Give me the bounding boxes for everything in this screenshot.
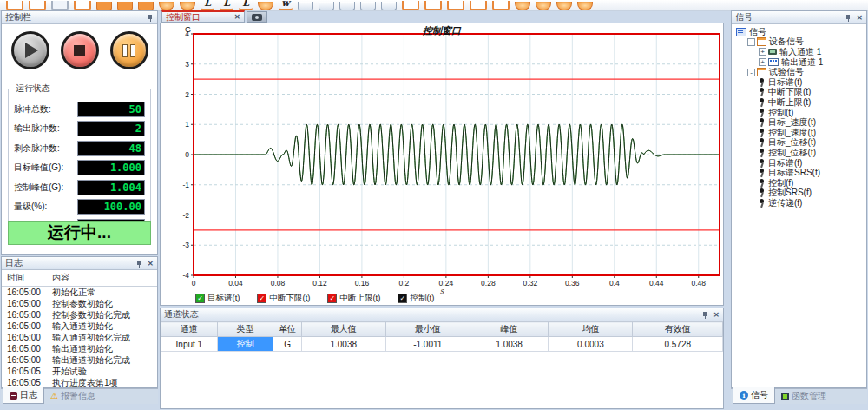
legend-item[interactable]: ✓控制(t) [398, 293, 434, 304]
link-icon[interactable] [258, 2, 273, 10]
close-icon[interactable]: × [713, 311, 720, 319]
open-icon[interactable] [29, 1, 46, 10]
undo-icon[interactable] [556, 2, 572, 10]
tab-snapshot[interactable] [247, 11, 267, 23]
input-channel-icon [768, 49, 777, 55]
channel-col-header: 均值 [549, 322, 633, 337]
collapse-icon[interactable]: - [747, 38, 755, 46]
signal-item-icon [759, 118, 766, 127]
log-tab[interactable]: ⚠报警信息 [44, 388, 102, 404]
channel-cell: 1.0038 [301, 337, 385, 352]
legend-item[interactable]: ✓目标谱(t) [195, 293, 240, 304]
clock-icon[interactable] [180, 2, 195, 10]
signal-tab[interactable]: 函数管理 [775, 388, 832, 404]
expand-icon[interactable]: + [759, 48, 766, 56]
signal-item-icon [759, 88, 766, 96]
legend-item[interactable]: ✓中断上限(t) [327, 293, 380, 304]
pin-icon[interactable] [701, 311, 708, 319]
status-field-label: 输出脉冲数: [14, 122, 60, 135]
channel-col-header: 峰值 [470, 322, 549, 337]
status-field-value: 2 [77, 121, 145, 136]
legend-label: 控制(t) [410, 293, 434, 304]
log-tab[interactable]: 日志 [3, 387, 44, 404]
channel-col-header: 有效值 [633, 322, 723, 337]
svg-text:-4: -4 [182, 271, 189, 280]
svg-text:3: 3 [185, 60, 189, 69]
legend-checkbox[interactable]: ✓ [195, 294, 205, 303]
icon-info: i [740, 391, 748, 400]
signal-tree: 信号-设备信号+输入通道 1+输出通道 1-试验信号目标谱(t)中断下限(t)中… [732, 24, 866, 211]
web-icon[interactable]: w [279, 0, 293, 10]
control-chart[interactable]: 00.040.080.120.160.20.240.280.320.360.40… [161, 23, 724, 306]
preview-icon[interactable] [117, 2, 133, 10]
signal-item-icon [759, 199, 766, 208]
log-entry-time: 16:05:00 [7, 343, 52, 354]
legend-item[interactable]: ✓中断下限(t) [257, 293, 310, 304]
log-entry-content: 控制参数初始化 [52, 298, 113, 309]
exit-icon[interactable] [577, 2, 593, 10]
status-field-label: 脉冲总数: [14, 103, 51, 116]
pin-icon[interactable] [147, 14, 154, 22]
report-icon[interactable] [360, 2, 376, 10]
tree-item-label: 逆传递(f) [768, 197, 802, 209]
zoom-in-icon[interactable] [515, 2, 530, 10]
table-icon-3[interactable] [339, 2, 355, 10]
legend-label: 中断上限(t) [339, 293, 380, 304]
level-3-icon[interactable]: L [239, 0, 253, 10]
tab-control-window[interactable]: 控制窗口 × [161, 10, 245, 23]
new-icon[interactable] [6, 1, 23, 10]
legend-checkbox[interactable]: ✓ [327, 294, 337, 303]
status-field: 量级(%):100.00 [14, 199, 145, 215]
level-1-icon[interactable]: L [201, 0, 214, 10]
channel-cell: -1.0011 [385, 337, 470, 352]
control-panel-titlebar: 控制栏 [2, 11, 157, 24]
print-icon[interactable] [96, 2, 112, 10]
pin-icon[interactable] [135, 260, 142, 268]
import-icon[interactable] [470, 1, 487, 10]
pause-button[interactable] [110, 31, 148, 69]
popout-icon[interactable] [492, 1, 510, 10]
play-icon [25, 43, 38, 58]
level-2-icon[interactable]: L [220, 0, 233, 10]
log-entry-time: 16:05:00 [7, 298, 52, 309]
table-icon-1[interactable] [298, 2, 313, 10]
device-group-icon [757, 37, 766, 46]
zoom-out-icon[interactable] [536, 2, 551, 10]
tab-close-icon[interactable]: × [233, 13, 240, 21]
tree-item[interactable]: 逆传递(f) [733, 198, 865, 208]
stop-button[interactable] [61, 31, 99, 69]
tag-add-icon[interactable] [424, 1, 442, 10]
start-button[interactable] [11, 31, 49, 69]
expand-icon[interactable]: + [759, 58, 766, 66]
tag-icon[interactable] [402, 1, 419, 10]
channel-col-header: 最大值 [301, 322, 385, 337]
signal-item-icon [759, 78, 766, 87]
save-as-icon[interactable] [74, 1, 91, 10]
pin-icon[interactable] [845, 14, 852, 22]
status-field: 输出脉冲数:2 [14, 121, 145, 136]
tree-item[interactable]: 中断上限(t) [733, 97, 865, 108]
export-icon[interactable] [447, 1, 464, 10]
pause-icon [122, 44, 135, 57]
pie-icon[interactable] [159, 2, 174, 10]
signal-item-icon [759, 188, 766, 197]
signal-item-icon [759, 149, 766, 157]
edit-icon[interactable] [381, 2, 397, 10]
save-icon[interactable] [51, 1, 69, 10]
table-icon-2[interactable] [319, 2, 334, 10]
legend-checkbox[interactable]: ✓ [257, 294, 266, 303]
tree-item[interactable]: 目标谱SRS(f) [733, 168, 865, 178]
signal-item-icon [759, 129, 766, 137]
signal-item-icon [759, 109, 766, 117]
collapse-icon[interactable]: - [747, 69, 755, 76]
log-col-content: 内容 [52, 272, 69, 284]
close-icon[interactable]: × [856, 14, 863, 22]
log-entry-time: 16:05:05 [7, 366, 52, 377]
channel-row[interactable]: Input 1控制G1.0038-1.00111.00380.00030.572… [161, 337, 723, 352]
log-entry-content: 开始试验 [52, 366, 87, 377]
legend-checkbox[interactable]: ✓ [398, 294, 407, 303]
signal-tab[interactable]: i信号 [733, 387, 775, 404]
icon-log [10, 392, 17, 400]
favorite-icon[interactable] [138, 2, 154, 10]
close-icon[interactable]: × [147, 260, 154, 268]
